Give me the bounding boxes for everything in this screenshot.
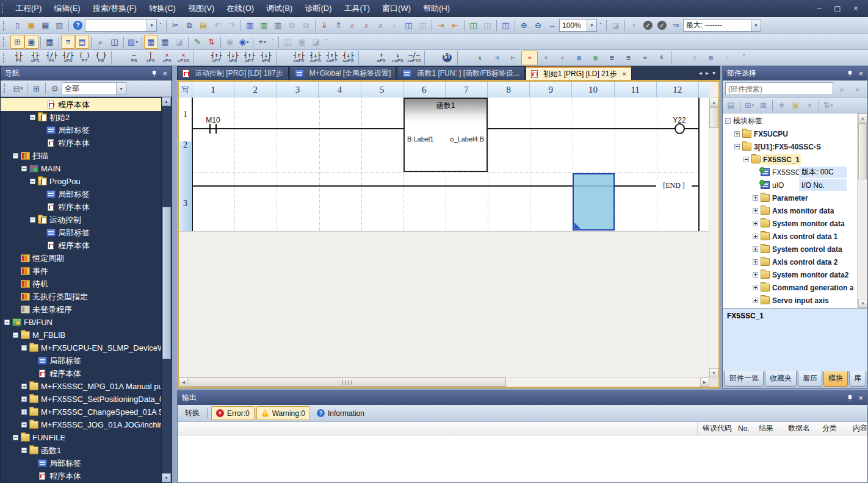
tree-item[interactable]: − M+FX5UCPU-EN_SLMP_DeviceW: [1, 342, 161, 354]
parts-search-input[interactable]: [725, 82, 833, 95]
delete-cell-button[interactable]: ⊟: [620, 51, 637, 65]
edit-right-button[interactable]: ⊢: [505, 51, 521, 65]
tab-scroll-left[interactable]: ◂: [699, 66, 702, 77]
redo-button[interactable]: ↷: [225, 18, 239, 32]
tree-item[interactable]: 局部标签: [1, 124, 161, 137]
restore-icon[interactable]: ▢: [831, 4, 844, 13]
expander-icon[interactable]: +: [753, 285, 758, 290]
error-filter-button[interactable]: Error:0: [211, 406, 255, 420]
print-button[interactable]: ▥: [52, 18, 67, 32]
undo-button[interactable]: ↶: [211, 18, 225, 32]
label-list-button[interactable]: ▤: [75, 35, 89, 49]
expander-icon[interactable]: +: [21, 396, 27, 402]
fit-width-button[interactable]: ↔: [545, 18, 559, 32]
tree-item[interactable]: 未登录程序: [1, 303, 161, 316]
scroll-thumb[interactable]: [858, 123, 867, 179]
pulse-result-button[interactable]: ↓caF5: [389, 51, 406, 65]
module-tree-item[interactable]: − 模块标签: [723, 115, 857, 127]
expander-icon[interactable]: +: [734, 131, 740, 137]
falling-pulse-close-button[interactable]: ┤↓├aF8: [258, 51, 274, 65]
copy-button[interactable]: ⧉: [183, 18, 197, 32]
module-tree-item[interactable]: + FX5UCPU: [723, 127, 857, 140]
convert-button[interactable]: 转换: [181, 407, 203, 420]
parts-find-button[interactable]: ⌕: [835, 82, 849, 96]
parts-tab-list[interactable]: 部件一览: [725, 371, 764, 387]
stop-button[interactable]: ▪: [627, 18, 641, 32]
tree-item[interactable]: 程序本体: [1, 98, 161, 111]
h-line-button[interactable]: ─F9: [126, 51, 142, 65]
information-filter-button[interactable]: Information: [312, 406, 369, 420]
close-branch-button[interactable]: ┤/├sF6: [60, 51, 76, 65]
display-setting-button[interactable]: ◉: [237, 35, 251, 49]
scroll-right-icon[interactable]: [700, 377, 709, 387]
editor-vertical-scrollbar[interactable]: [709, 98, 718, 377]
module-tree-item[interactable]: + System control data: [723, 243, 857, 256]
tab-initial1[interactable]: 初始1 [PRG] [LD] 21步 ×: [526, 66, 632, 80]
tree-item[interactable]: − FB/FUN: [1, 316, 161, 329]
menu-item[interactable]: 诊断(D): [298, 0, 338, 17]
expander-icon[interactable]: −: [21, 448, 27, 453]
delete-v-line-button[interactable]: ×cF10: [175, 51, 192, 65]
memory-card-button[interactable]: ◪: [172, 35, 186, 49]
tree-item[interactable]: 程序本体: [1, 201, 161, 213]
scroll-up-icon[interactable]: [709, 98, 718, 107]
device-search-3[interactable]: ⌕: [374, 18, 388, 32]
parts-tab-history[interactable]: 履历: [798, 371, 822, 387]
expander-icon[interactable]: −: [13, 153, 18, 159]
element-select-button[interactable]: ▦: [43, 35, 57, 49]
expander-icon[interactable]: −: [13, 435, 18, 440]
rising-pulse-button[interactable]: ┤↑├sF7: [208, 51, 225, 65]
menu-item[interactable]: 工程(P): [9, 0, 48, 17]
expander-icon[interactable]: +: [753, 259, 758, 265]
expander-icon[interactable]: +: [753, 298, 758, 303]
open-project-button[interactable]: ▣: [24, 18, 38, 32]
tree-item[interactable]: 程序本体: [1, 367, 161, 380]
expander-icon[interactable]: −: [4, 320, 10, 325]
module-tree-item[interactable]: + Servo input axis: [723, 294, 857, 307]
insert-cell-button[interactable]: ⊞: [604, 51, 620, 65]
cut-button[interactable]: ✂: [168, 18, 183, 32]
tree-item[interactable]: 局部标签: [1, 457, 161, 470]
nav-filter-combo[interactable]: 全部: [62, 82, 126, 95]
jump-back-button[interactable]: ⇤: [448, 18, 462, 32]
module-tree-item[interactable]: + Parameter: [723, 191, 857, 204]
monitor-start-button[interactable]: ◫: [466, 18, 480, 32]
flash-rom-button[interactable]: ↯: [686, 51, 703, 65]
device-search-2[interactable]: ⌕: [360, 18, 374, 32]
selected-cell[interactable]: [573, 173, 615, 231]
tree-display-button[interactable]: ⊟: [11, 82, 25, 96]
tree-item[interactable]: 恒定周期: [1, 252, 161, 265]
zoom-out-button[interactable]: ⊖: [531, 18, 545, 32]
menu-item[interactable]: 视图(V): [182, 0, 220, 17]
module-config-button[interactable]: ▣: [24, 35, 38, 49]
device-search-4[interactable]: ⌕: [388, 18, 402, 32]
menu-item[interactable]: 在线(O): [220, 0, 260, 17]
v-line-button[interactable]: │sF9: [142, 51, 159, 65]
document-view-button[interactable]: ▤: [703, 51, 719, 65]
scroll-down-icon[interactable]: [162, 473, 171, 482]
parts-close-target-button[interactable]: ⊠: [756, 98, 770, 112]
tree-item[interactable]: + M+FX5SSC_MPG_01A Manual pu: [1, 380, 161, 393]
expander-icon[interactable]: −: [743, 157, 749, 162]
expander-icon[interactable]: +: [21, 409, 27, 415]
close-icon[interactable]: ×: [850, 4, 862, 13]
device-read-button[interactable]: ⇑: [331, 18, 345, 32]
zoom-combo[interactable]: 100%: [559, 19, 597, 32]
module-tree-item[interactable]: + Axis control data 1: [723, 230, 857, 243]
menu-item[interactable]: 编辑(E): [48, 0, 86, 17]
io-assign-button[interactable]: ✎: [190, 35, 204, 49]
parts-display-target-button[interactable]: ⊞: [742, 98, 756, 112]
docking-window-2[interactable]: ▣: [295, 35, 309, 49]
tab-global-label[interactable]: M+Global [全局标签设置]: [289, 66, 397, 80]
new-project-button[interactable]: ▯: [10, 18, 24, 32]
device-comment-button[interactable]: ▥: [126, 35, 140, 49]
pin-icon[interactable]: [847, 395, 853, 402]
tab-close-icon[interactable]: ×: [622, 70, 626, 77]
close-contact-button[interactable]: ┤/├F6: [43, 51, 60, 65]
invert-result-button[interactable]: ↑aF5: [373, 51, 389, 65]
check-program-button[interactable]: ✓: [641, 18, 655, 32]
function-block[interactable]: 函数1 B:Label1 o_Label4:B: [403, 98, 488, 172]
module-tree-item[interactable]: + Command generation a: [723, 281, 857, 294]
parts-find-next-button[interactable]: ⌕: [851, 82, 865, 96]
device-display-button[interactable]: ▥: [571, 51, 587, 65]
